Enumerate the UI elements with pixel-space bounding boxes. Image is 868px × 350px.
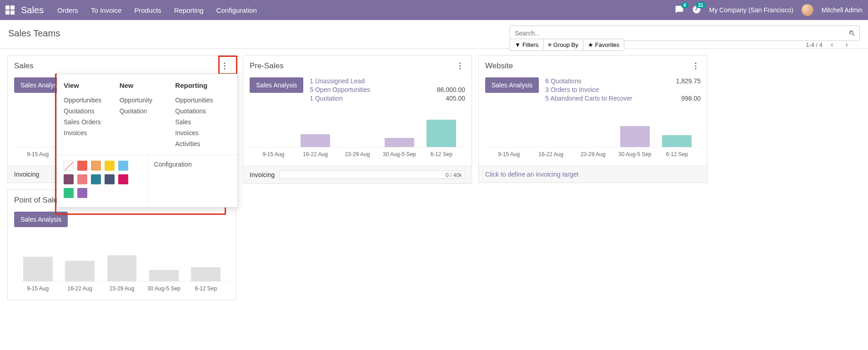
x-label: 6-12 Sep	[421, 151, 462, 157]
card-links: 1 Unassigned Lead 5 Open Opportunities86…	[310, 77, 465, 107]
messaging-icon[interactable]: 4	[675, 5, 684, 15]
apps-icon[interactable]	[5, 5, 15, 15]
popup-item-rep-quotations[interactable]: Quotations	[175, 106, 231, 117]
popup-col-new: New Opportunity Quotation	[120, 81, 176, 149]
groupby-label: Group By	[553, 41, 578, 48]
link-unassigned-lead[interactable]: 1 Unassigned Lead	[310, 77, 429, 85]
progress-text: 0 / 40k	[446, 171, 462, 179]
x-label: 30 Aug-5 Sep	[378, 151, 420, 157]
filters-button[interactable]: ▼Filters	[510, 39, 543, 51]
popup-colors	[57, 155, 148, 207]
define-invoicing-target-link[interactable]: Click to define an invoicing target	[485, 171, 578, 178]
filter-buttons: ▼Filters ≡Group By ★Favorites	[510, 39, 624, 51]
company-selector[interactable]: My Company (San Francisco)	[709, 6, 793, 14]
menu-configuration[interactable]: Configuration	[216, 6, 257, 14]
groupby-button[interactable]: ≡Group By	[543, 39, 583, 51]
x-label: 9-15 Aug	[17, 151, 59, 157]
chart-x-labels: 9-15 Aug 16-22 Aug 23-29 Aug 30 Aug-5 Se…	[485, 149, 701, 161]
card-title: Sales	[14, 61, 220, 71]
popup-item-quotations[interactable]: Quotations	[64, 106, 120, 117]
search-button[interactable]	[844, 25, 860, 41]
color-swatch[interactable]	[91, 174, 101, 184]
svg-point-10	[695, 65, 696, 66]
avatar[interactable]	[802, 4, 813, 16]
popup-col-view: View Opportunities Quotations Sales Orde…	[64, 81, 120, 149]
color-swatch-none[interactable]	[64, 161, 74, 171]
color-swatch[interactable]	[64, 188, 74, 198]
svg-point-6	[459, 62, 461, 64]
link-quotation[interactable]: 1 Quotation	[310, 95, 429, 102]
filter-icon: ▼	[515, 41, 521, 48]
card-footer: Invoicing 0 / 40k	[243, 166, 472, 183]
popup-item-new-opportunity[interactable]: Opportunity	[120, 95, 176, 106]
card-kebab-icon[interactable]	[220, 61, 230, 71]
pager-text[interactable]: 1-4 / 4	[806, 41, 823, 48]
card-presales[interactable]: Pre-Sales Sales Analysis 1 Unassigned Le…	[243, 55, 472, 184]
color-swatch[interactable]	[118, 161, 128, 171]
link-value: 405.00	[429, 95, 465, 102]
page-title: Sales Teams	[8, 28, 510, 39]
popup-item-sales-orders[interactable]: Sales Orders	[64, 117, 120, 127]
x-label: 23-29 Aug	[336, 151, 378, 157]
invoicing-label: Invoicing	[250, 171, 275, 178]
x-label: 23-29 Aug	[572, 151, 614, 157]
x-label: 6-12 Sep	[185, 285, 227, 292]
popup-item-new-quotation[interactable]: Quotation	[120, 106, 176, 117]
link-orders-to-invoice[interactable]: 3 Orders to Invoice	[545, 86, 664, 93]
popup-item-opportunities[interactable]: Opportunities	[64, 95, 120, 106]
favorites-button[interactable]: ★Favorites	[583, 39, 624, 51]
x-label: 9-15 Aug	[488, 151, 530, 157]
app-brand[interactable]: Sales	[21, 5, 44, 15]
popup-item-invoices[interactable]: Invoices	[64, 127, 120, 138]
link-value	[429, 77, 465, 85]
invoicing-progress[interactable]: 0 / 40k	[279, 171, 465, 179]
sales-analysis-button[interactable]: Sales Analysis	[250, 77, 303, 93]
list-icon: ≡	[548, 41, 552, 48]
favorites-label: Favorites	[595, 41, 619, 48]
menu-products[interactable]: Products	[134, 6, 161, 14]
svg-point-0	[224, 62, 225, 64]
popup-item-rep-invoices[interactable]: Invoices	[175, 127, 231, 138]
popup-item-rep-sales[interactable]: Sales	[175, 117, 231, 127]
link-value: 86,000.00	[429, 86, 465, 93]
popup-configuration-link[interactable]: Configuration	[154, 161, 192, 168]
popup-heading: View	[64, 81, 120, 89]
link-value: 1,829.75	[664, 77, 701, 85]
user-menu[interactable]: Mitchell Admin	[822, 6, 863, 14]
color-swatch[interactable]	[77, 161, 87, 171]
popup-item-rep-opportunities[interactable]: Opportunities	[175, 95, 231, 106]
messaging-badge: 4	[681, 2, 688, 8]
activities-icon[interactable]: 21	[692, 5, 701, 15]
color-swatch[interactable]	[118, 174, 128, 184]
sales-analysis-button[interactable]: Sales Analysis	[485, 77, 539, 93]
card-kebab-icon[interactable]	[455, 61, 465, 71]
filters-label: Filters	[522, 41, 538, 48]
menu-to-invoice[interactable]: To Invoice	[91, 6, 122, 14]
color-swatch[interactable]	[91, 161, 101, 171]
card-kebab-icon[interactable]	[691, 61, 701, 71]
link-abandoned-carts[interactable]: 5 Abandoned Carts to Recover	[545, 95, 664, 102]
link-open-opportunities[interactable]: 5 Open Opportunities	[310, 86, 429, 93]
svg-point-9	[695, 62, 696, 64]
popup-heading: Reporting	[175, 81, 231, 89]
color-swatch[interactable]	[105, 161, 115, 171]
link-quotations[interactable]: 6 Quotations	[545, 77, 664, 85]
color-swatch[interactable]	[77, 188, 87, 198]
chart-x-labels: 9-15 Aug 16-22 Aug 23-29 Aug 30 Aug-5 Se…	[250, 149, 465, 161]
sales-analysis-button[interactable]: Sales Analysis	[14, 212, 68, 227]
menu-reporting[interactable]: Reporting	[174, 6, 204, 14]
color-swatch[interactable]	[64, 174, 74, 184]
popup-item-rep-activities[interactable]: Activities	[175, 138, 231, 149]
main-menu: Orders To Invoice Products Reporting Con…	[57, 6, 675, 14]
color-swatch[interactable]	[77, 174, 87, 184]
svg-point-2	[224, 68, 225, 69]
svg-point-11	[695, 68, 696, 69]
pager-next[interactable]: ›	[842, 40, 852, 50]
menu-orders[interactable]: Orders	[57, 6, 78, 14]
svg-point-7	[459, 65, 461, 66]
invoicing-label: Invoicing	[14, 171, 39, 178]
color-swatch[interactable]	[105, 174, 115, 184]
card-website[interactable]: Website Sales Analysis 6 Quotations1,829…	[478, 55, 707, 183]
pager-prev[interactable]: ‹	[827, 40, 837, 50]
card-sales[interactable]: Sales Sales Analysis 9-	[7, 55, 236, 183]
